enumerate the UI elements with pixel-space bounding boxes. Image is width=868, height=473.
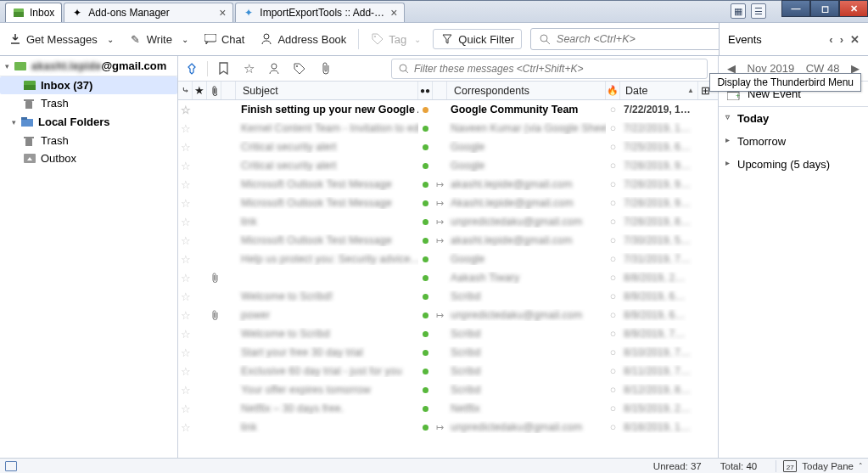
col-correspondents[interactable]: Correspondents bbox=[447, 82, 606, 99]
row-read-dot[interactable] bbox=[418, 406, 433, 412]
quick-filter-button[interactable]: Quick Filter bbox=[433, 29, 522, 49]
message-row[interactable]: ☆Kernel Content Team - Invitation to edi… bbox=[178, 119, 718, 138]
collapse-icon[interactable]: ▾ bbox=[12, 118, 16, 127]
filter-messages[interactable] bbox=[391, 59, 708, 79]
row-junk-icon[interactable]: ○ bbox=[606, 160, 620, 172]
row-read-dot[interactable] bbox=[418, 200, 433, 206]
message-row[interactable]: ☆Finish setting up your new Google A…Goo… bbox=[178, 100, 718, 119]
row-star[interactable]: ☆ bbox=[178, 141, 193, 154]
qf-tag-icon[interactable] bbox=[289, 59, 310, 79]
filter-input[interactable] bbox=[414, 63, 700, 75]
message-row[interactable]: ☆Microsoft Outlook Test Message↦Akasht.l… bbox=[178, 194, 718, 212]
row-read-dot[interactable] bbox=[418, 425, 433, 431]
row-junk-icon[interactable]: ○ bbox=[606, 253, 620, 265]
tasks-tab-icon[interactable]: ☰ bbox=[751, 3, 766, 19]
tab-importexport[interactable]: ✦ ImportExportTools :: Add-o… × bbox=[235, 3, 405, 22]
message-row[interactable]: ☆Start your free 30 day trialScribd○8/10… bbox=[178, 343, 718, 362]
row-read-dot[interactable] bbox=[418, 294, 433, 300]
col-date[interactable]: Date bbox=[620, 82, 698, 99]
maximize-button[interactable]: ◻ bbox=[810, 0, 839, 17]
row-read-dot[interactable] bbox=[418, 219, 433, 225]
row-junk-icon[interactable]: ○ bbox=[606, 197, 620, 209]
row-read-dot[interactable] bbox=[418, 144, 433, 150]
events-prev[interactable]: ‹ bbox=[829, 33, 832, 46]
row-star[interactable]: ☆ bbox=[178, 253, 193, 266]
chat-button[interactable]: Chat bbox=[200, 30, 248, 48]
row-junk-icon[interactable]: ○ bbox=[606, 104, 620, 115]
chevron-down-icon[interactable]: ⌄ bbox=[182, 35, 188, 44]
events-close[interactable]: ✕ bbox=[850, 33, 860, 46]
message-row[interactable]: ☆Critical security alertGoogle○7/26/2019… bbox=[178, 156, 718, 175]
row-star[interactable]: ☆ bbox=[178, 328, 193, 341]
row-star[interactable]: ☆ bbox=[178, 216, 193, 228]
row-read-dot[interactable] bbox=[418, 387, 433, 393]
row-read-dot[interactable] bbox=[418, 275, 433, 281]
row-star[interactable]: ☆ bbox=[178, 421, 193, 434]
folder-trash[interactable]: Trash bbox=[0, 94, 177, 112]
qf-attachment-icon[interactable] bbox=[315, 59, 335, 79]
today-pane-toggle[interactable]: 27 Today Pane ˄ bbox=[776, 460, 863, 472]
collapse-icon[interactable]: ▾ bbox=[5, 62, 9, 70]
local-folders-row[interactable]: ▾ Local Folders bbox=[0, 112, 177, 132]
row-star[interactable]: ☆ bbox=[178, 309, 193, 322]
tab-addons[interactable]: ✦ Add-ons Manager × bbox=[64, 3, 233, 22]
row-star[interactable]: ☆ bbox=[178, 365, 193, 378]
row-junk-icon[interactable]: ○ bbox=[606, 178, 620, 190]
message-row[interactable]: ☆link↦unpredictedaku@gmail.com○8/16/2019… bbox=[178, 418, 718, 436]
row-read-dot[interactable] bbox=[418, 163, 433, 169]
row-star[interactable]: ☆ bbox=[178, 272, 193, 284]
col-attachment[interactable] bbox=[207, 82, 221, 99]
row-star[interactable]: ☆ bbox=[178, 384, 193, 397]
message-row[interactable]: ☆Help us protect you: Security advice…Go… bbox=[178, 250, 718, 268]
agenda-upcoming[interactable]: Upcoming (5 days) bbox=[719, 153, 868, 176]
close-icon[interactable]: × bbox=[390, 6, 397, 20]
message-row[interactable]: ☆Exclusive 60 day trial - just for youSc… bbox=[178, 362, 718, 380]
folder-outbox[interactable]: Outbox bbox=[0, 149, 177, 167]
row-junk-icon[interactable]: ○ bbox=[606, 365, 620, 377]
col-read[interactable]: ●● bbox=[418, 82, 433, 99]
activity-icon[interactable] bbox=[5, 461, 17, 471]
row-read-dot[interactable] bbox=[418, 238, 433, 244]
qf-unread-icon[interactable] bbox=[213, 59, 233, 79]
tab-inbox[interactable]: Inbox bbox=[5, 3, 62, 22]
tag-button[interactable]: Tag ⌄ bbox=[367, 30, 424, 48]
row-star[interactable]: ☆ bbox=[178, 403, 193, 415]
row-star[interactable]: ☆ bbox=[178, 197, 193, 210]
row-read-dot[interactable] bbox=[418, 182, 433, 188]
row-junk-icon[interactable]: ○ bbox=[606, 403, 620, 414]
close-button[interactable]: ✕ bbox=[839, 0, 868, 17]
calendar-tab-icon[interactable]: ▦ bbox=[731, 3, 746, 19]
row-star[interactable]: ☆ bbox=[178, 346, 193, 359]
row-star[interactable]: ☆ bbox=[178, 104, 193, 116]
message-row[interactable]: ☆link↦unpredictedaku@gmail.com○7/26/2019… bbox=[178, 212, 718, 231]
events-next[interactable]: › bbox=[840, 33, 843, 46]
row-junk-icon[interactable]: ○ bbox=[606, 421, 620, 433]
qf-star-icon[interactable]: ☆ bbox=[238, 59, 259, 79]
row-junk-icon[interactable]: ○ bbox=[606, 384, 620, 396]
row-junk-icon[interactable]: ○ bbox=[606, 122, 620, 134]
get-messages-button[interactable]: Get Messages ⌄ bbox=[5, 30, 117, 48]
row-junk-icon[interactable]: ○ bbox=[606, 309, 620, 321]
address-book-button[interactable]: Address Book bbox=[256, 30, 350, 48]
message-row[interactable]: ☆Microsoft Outlook Test Message↦akasht.l… bbox=[178, 231, 718, 250]
row-star[interactable]: ☆ bbox=[178, 234, 193, 247]
row-read-dot[interactable] bbox=[418, 107, 433, 113]
agenda-tomorrow[interactable]: Tomorrow bbox=[719, 130, 868, 153]
col-star[interactable]: ★ bbox=[193, 82, 207, 99]
row-star[interactable]: ☆ bbox=[178, 122, 193, 135]
row-star[interactable]: ☆ bbox=[178, 178, 193, 191]
account-row[interactable]: ▾ akasht.lepide@gmail.com bbox=[0, 56, 177, 76]
message-row[interactable]: ☆power↦unpredictedaku@gmail.com○8/9/2019… bbox=[178, 306, 718, 324]
row-junk-icon[interactable]: ○ bbox=[606, 216, 620, 228]
row-read-dot[interactable] bbox=[418, 256, 433, 262]
agenda-today[interactable]: Today bbox=[719, 107, 868, 130]
row-junk-icon[interactable]: ○ bbox=[606, 328, 620, 340]
message-row[interactable]: ☆Aakash Tiwary○8/8/2019, 2… bbox=[178, 268, 718, 287]
row-read-dot[interactable] bbox=[418, 350, 433, 356]
row-read-dot[interactable] bbox=[418, 126, 433, 132]
row-junk-icon[interactable]: ○ bbox=[606, 141, 620, 153]
row-junk-icon[interactable]: ○ bbox=[606, 290, 620, 302]
close-icon[interactable]: × bbox=[219, 6, 226, 20]
qf-pin-icon[interactable] bbox=[182, 59, 202, 79]
write-button[interactable]: ✎ Write ⌄ bbox=[126, 30, 192, 48]
